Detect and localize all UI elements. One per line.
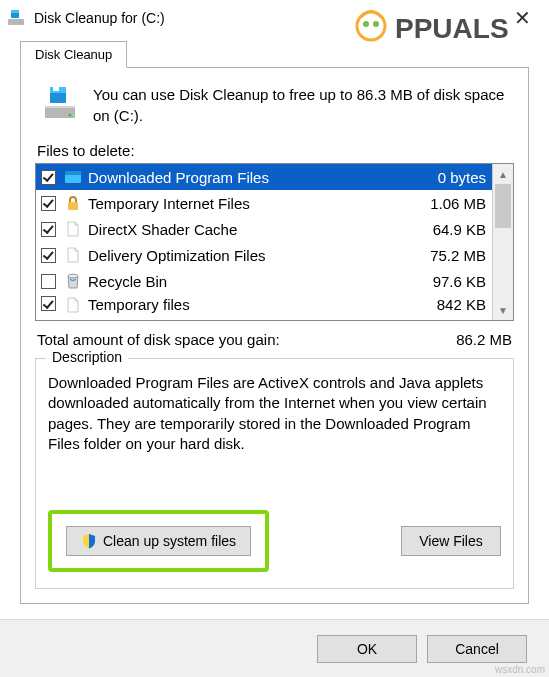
checkbox[interactable] bbox=[41, 248, 56, 263]
file-size: 75.2 MB bbox=[422, 247, 486, 264]
file-list: Downloaded Program Files0 bytesTemporary… bbox=[35, 163, 514, 321]
file-name: Downloaded Program Files bbox=[88, 169, 430, 186]
file-size: 97.6 KB bbox=[425, 273, 486, 290]
svg-rect-0 bbox=[8, 19, 24, 25]
file-type-icon bbox=[64, 194, 82, 212]
scroll-up-button[interactable]: ▲ bbox=[493, 164, 513, 184]
titlebar: Disk Cleanup for (C:) ✕ bbox=[0, 0, 549, 36]
total-value: 86.2 MB bbox=[456, 331, 512, 348]
svg-point-5 bbox=[68, 113, 71, 116]
cleanup-system-files-button[interactable]: Clean up system files bbox=[66, 526, 251, 556]
description-group: Description Downloaded Program Files are… bbox=[35, 358, 514, 589]
file-size: 0 bytes bbox=[430, 169, 486, 186]
file-name: DirectX Shader Cache bbox=[88, 221, 425, 238]
file-list-row[interactable]: Temporary files842 KB bbox=[36, 294, 492, 318]
file-size: 64.9 KB bbox=[425, 221, 486, 238]
file-type-icon bbox=[64, 272, 82, 290]
checkbox[interactable] bbox=[41, 170, 56, 185]
total-label: Total amount of disk space you gain: bbox=[37, 331, 456, 348]
checkbox[interactable] bbox=[41, 296, 56, 311]
scroll-down-button[interactable]: ▼ bbox=[493, 300, 513, 320]
file-type-icon bbox=[64, 220, 82, 238]
scroll-track[interactable] bbox=[493, 184, 513, 300]
description-group-title: Description bbox=[46, 349, 128, 365]
file-list-row[interactable]: Delivery Optimization Files75.2 MB bbox=[36, 242, 492, 268]
file-type-icon bbox=[64, 296, 82, 314]
file-name: Delivery Optimization Files bbox=[88, 247, 422, 264]
view-files-label: View Files bbox=[419, 533, 483, 549]
checkbox[interactable] bbox=[41, 222, 56, 237]
description-button-row: Clean up system files View Files bbox=[48, 510, 501, 572]
svg-rect-2 bbox=[11, 10, 19, 13]
checkbox[interactable] bbox=[41, 196, 56, 211]
file-size: 1.06 MB bbox=[422, 195, 486, 212]
file-list-row[interactable]: DirectX Shader Cache64.9 KB bbox=[36, 216, 492, 242]
file-type-icon bbox=[64, 246, 82, 264]
file-name: Temporary Internet Files bbox=[88, 195, 422, 212]
file-type-icon bbox=[64, 168, 82, 186]
drive-icon bbox=[41, 84, 79, 122]
window-title: Disk Cleanup for (C:) bbox=[34, 10, 506, 26]
file-size: 842 KB bbox=[429, 296, 486, 313]
uac-shield-icon bbox=[81, 533, 97, 549]
tabstrip: Disk Cleanup bbox=[20, 40, 529, 67]
ok-label: OK bbox=[357, 641, 377, 657]
close-button[interactable]: ✕ bbox=[506, 6, 539, 30]
cancel-button[interactable]: Cancel bbox=[427, 635, 527, 663]
cancel-label: Cancel bbox=[455, 641, 499, 657]
svg-rect-4 bbox=[45, 106, 75, 108]
files-to-delete-label: Files to delete: bbox=[37, 142, 514, 159]
dialog-footer: OK Cancel bbox=[0, 619, 549, 677]
file-name: Recycle Bin bbox=[88, 273, 425, 290]
view-files-button[interactable]: View Files bbox=[401, 526, 501, 556]
file-name: Temporary files bbox=[88, 296, 429, 313]
scroll-thumb[interactable] bbox=[495, 184, 511, 228]
svg-point-12 bbox=[68, 274, 78, 278]
source-watermark: wsxdn.com bbox=[495, 664, 545, 675]
tab-disk-cleanup[interactable]: Disk Cleanup bbox=[20, 41, 127, 68]
ok-button[interactable]: OK bbox=[317, 635, 417, 663]
highlight-annotation: Clean up system files bbox=[48, 510, 269, 572]
file-list-row[interactable]: Recycle Bin97.6 KB bbox=[36, 268, 492, 294]
svg-rect-11 bbox=[68, 202, 78, 210]
file-list-row[interactable]: Downloaded Program Files0 bytes bbox=[36, 164, 492, 190]
scrollbar[interactable]: ▲ ▼ bbox=[492, 164, 513, 320]
svg-rect-8 bbox=[53, 87, 59, 91]
intro-block: You can use Disk Cleanup to free up to 8… bbox=[35, 84, 514, 126]
description-text: Downloaded Program Files are ActiveX con… bbox=[48, 373, 501, 454]
cleanup-system-files-label: Clean up system files bbox=[103, 533, 236, 549]
disk-cleanup-icon bbox=[6, 8, 26, 28]
total-row: Total amount of disk space you gain: 86.… bbox=[37, 331, 512, 348]
intro-text: You can use Disk Cleanup to free up to 8… bbox=[93, 84, 514, 126]
checkbox[interactable] bbox=[41, 274, 56, 289]
tab-panel: You can use Disk Cleanup to free up to 8… bbox=[20, 67, 529, 604]
svg-rect-10 bbox=[65, 171, 81, 175]
file-list-row[interactable]: Temporary Internet Files1.06 MB bbox=[36, 190, 492, 216]
